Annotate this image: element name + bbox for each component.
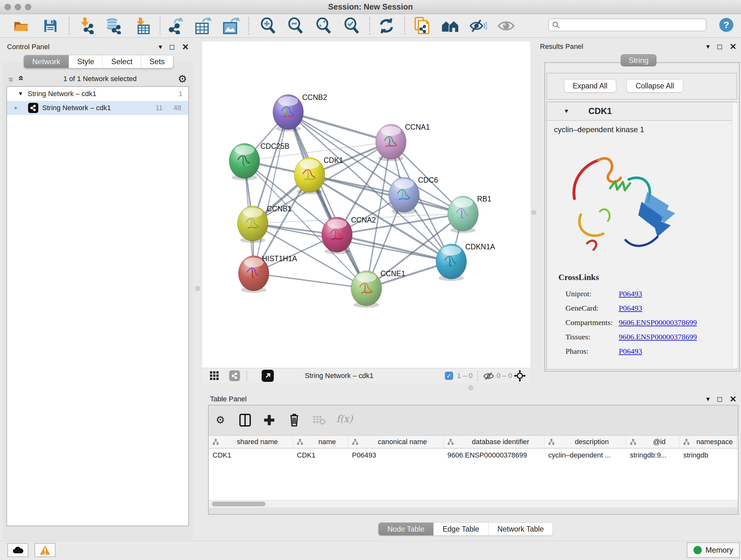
birds-eye-view-button[interactable] bbox=[210, 371, 219, 381]
tab-sets[interactable]: Sets bbox=[141, 55, 173, 68]
close-window-button[interactable] bbox=[4, 4, 11, 10]
show-hide-button[interactable] bbox=[469, 17, 487, 35]
import-table-file-button[interactable] bbox=[133, 17, 151, 35]
right-splitter-grip[interactable] bbox=[531, 210, 536, 215]
pharos-link[interactable]: P06493 bbox=[619, 347, 642, 355]
show-columns-icon[interactable] bbox=[239, 414, 251, 428]
results-panel-float-icon[interactable]: ◻ bbox=[717, 43, 723, 50]
import-network-database-button[interactable] bbox=[105, 17, 122, 35]
table-horizontal-scrollbar[interactable] bbox=[209, 500, 738, 508]
window-traffic-lights[interactable] bbox=[4, 4, 31, 10]
control-panel-menu-icon[interactable]: ▾ bbox=[158, 44, 162, 51]
table-options-gear-icon[interactable]: ⚙ bbox=[216, 414, 225, 426]
collapse-all-button[interactable]: Collapse All bbox=[626, 79, 683, 92]
network-row[interactable]: ● String Network – cdk1 11 48 bbox=[7, 101, 188, 115]
table-scrollbar-thumb[interactable] bbox=[212, 502, 266, 506]
table-cell[interactable]: cyclin–dependent ... bbox=[544, 449, 626, 462]
control-panel-close-icon[interactable]: ✕ bbox=[182, 43, 189, 51]
first-neighbors-button[interactable] bbox=[441, 17, 459, 35]
table-cell[interactable]: CDK1 bbox=[209, 449, 293, 462]
network-node-CCNB2[interactable]: CCNB2 bbox=[273, 93, 327, 132]
column-header-canonical-name[interactable]: canonical name bbox=[348, 436, 444, 448]
tissues-link[interactable]: 9606.ENSP00000378699 bbox=[619, 333, 697, 341]
expand-all-networks-icon[interactable]: » bbox=[15, 77, 25, 81]
table-cell[interactable]: CDK1 bbox=[293, 449, 348, 462]
add-column-icon[interactable]: ✚ bbox=[264, 413, 275, 428]
tab-style[interactable]: Style bbox=[69, 55, 103, 68]
table-cell[interactable]: stringdb:9... bbox=[626, 449, 679, 462]
table-cell[interactable]: P06493 bbox=[348, 449, 444, 462]
help-button[interactable]: ? bbox=[719, 18, 733, 32]
export-network-button[interactable] bbox=[167, 17, 185, 35]
warnings-button[interactable] bbox=[35, 543, 56, 557]
zoom-in-button[interactable] bbox=[259, 17, 277, 35]
network-node-CCNE1[interactable]: CCNE1 bbox=[351, 269, 405, 308]
tab-network-table[interactable]: Network Table bbox=[488, 523, 553, 536]
string-protein-query-button[interactable] bbox=[413, 17, 431, 35]
table-cell[interactable]: 9606.ENSP00000378699 bbox=[444, 449, 544, 462]
table-cell[interactable]: stringdb bbox=[679, 449, 737, 462]
network-node-CDK1[interactable]: CDK1 bbox=[294, 156, 343, 194]
selected-checkbox-icon[interactable]: ✓ bbox=[445, 372, 453, 380]
import-network-file-button[interactable] bbox=[77, 17, 95, 35]
results-scrollbar[interactable] bbox=[732, 103, 737, 368]
bottom-splitter-grip[interactable] bbox=[468, 385, 473, 390]
column-header-database-identifier[interactable]: database identifier bbox=[444, 436, 544, 448]
node-label-CCNE1: CCNE1 bbox=[381, 269, 405, 278]
results-panel-close-icon[interactable]: ✕ bbox=[730, 43, 737, 51]
network-overview-button[interactable] bbox=[229, 370, 240, 381]
network-node-CDKN1A[interactable]: CDKN1A bbox=[436, 243, 495, 281]
search-input[interactable] bbox=[562, 21, 699, 29]
zoom-fit-button[interactable] bbox=[315, 17, 333, 35]
column-header--id[interactable]: @id bbox=[626, 436, 679, 448]
zoom-window-button[interactable] bbox=[25, 4, 31, 10]
open-session-button[interactable] bbox=[12, 17, 30, 35]
collection-expand-arrow[interactable]: ▼ bbox=[18, 91, 23, 97]
zoom-selected-button[interactable] bbox=[343, 17, 360, 35]
tab-network[interactable]: Network bbox=[24, 55, 69, 68]
network-canvas[interactable]: CCNB2CCNA1CDC25BCDK1CDC6RB1CCNB1CCNA2CDK… bbox=[202, 42, 530, 368]
control-panel-float-icon[interactable]: ◻ bbox=[169, 44, 175, 51]
left-splitter-grip[interactable] bbox=[195, 286, 200, 291]
tab-node-table[interactable]: Node Table bbox=[379, 523, 433, 536]
gene-section-header[interactable]: ▼ CDK1 bbox=[547, 102, 737, 121]
results-panel-menu-icon[interactable]: ▾ bbox=[706, 43, 710, 50]
results-tab-string[interactable]: String bbox=[621, 54, 657, 66]
table-panel-close-icon[interactable]: ✕ bbox=[730, 395, 737, 403]
tab-select[interactable]: Select bbox=[103, 55, 141, 68]
tab-edge-table[interactable]: Edge Table bbox=[433, 523, 488, 536]
network-node-CCNA1[interactable]: CCNA1 bbox=[376, 123, 430, 161]
open-in-browser-button[interactable] bbox=[262, 370, 274, 382]
zoom-out-button[interactable] bbox=[286, 17, 305, 35]
gene-section-collapse-arrow[interactable]: ▼ bbox=[563, 108, 569, 115]
fit-content-crosshair-button[interactable] bbox=[514, 370, 526, 383]
network-node-HIST1H1A[interactable]: HIST1H1A bbox=[239, 254, 297, 293]
table-row[interactable]: CDK1CDK1P064939606.ENSP00000378699cyclin… bbox=[209, 449, 738, 462]
network-node-CCNB1[interactable]: CCNB1 bbox=[238, 205, 292, 243]
genecard-link[interactable]: P06493 bbox=[619, 304, 642, 312]
export-table-button[interactable] bbox=[194, 17, 212, 35]
compartments-link[interactable]: 9606.ENSP00000378699 bbox=[619, 318, 697, 327]
export-image-button[interactable] bbox=[222, 17, 240, 35]
table-panel-float-icon[interactable]: ◻ bbox=[717, 395, 723, 402]
delete-column-icon[interactable] bbox=[289, 413, 299, 428]
minimize-window-button[interactable] bbox=[15, 4, 21, 10]
column-header-name[interactable]: name bbox=[293, 436, 348, 448]
save-session-button[interactable] bbox=[42, 17, 59, 35]
network-options-gear-icon[interactable]: ⚙ bbox=[178, 73, 187, 85]
search-field[interactable] bbox=[548, 18, 706, 31]
column-header-namespace[interactable]: namespace bbox=[679, 436, 737, 448]
memory-button[interactable]: Memory bbox=[687, 543, 740, 558]
show-graphics-button[interactable] bbox=[497, 17, 515, 35]
refresh-view-button[interactable] bbox=[378, 17, 395, 35]
cloud-status-button[interactable] bbox=[7, 543, 28, 557]
network-node-CDC25B[interactable]: CDC25B bbox=[229, 142, 289, 180]
expand-all-button[interactable]: Expand All bbox=[564, 79, 616, 92]
column-header-shared-name[interactable]: shared name bbox=[209, 436, 293, 448]
column-header-description[interactable]: description bbox=[544, 436, 626, 448]
network-node-RB1[interactable]: RB1 bbox=[448, 195, 491, 233]
uniprot-link[interactable]: P06493 bbox=[619, 290, 642, 298]
hidden-eye-icon[interactable] bbox=[483, 372, 494, 381]
table-panel-menu-icon[interactable]: ▾ bbox=[706, 395, 710, 402]
network-collection-row[interactable]: ▼ String Network – cdk1 1 bbox=[7, 87, 188, 101]
